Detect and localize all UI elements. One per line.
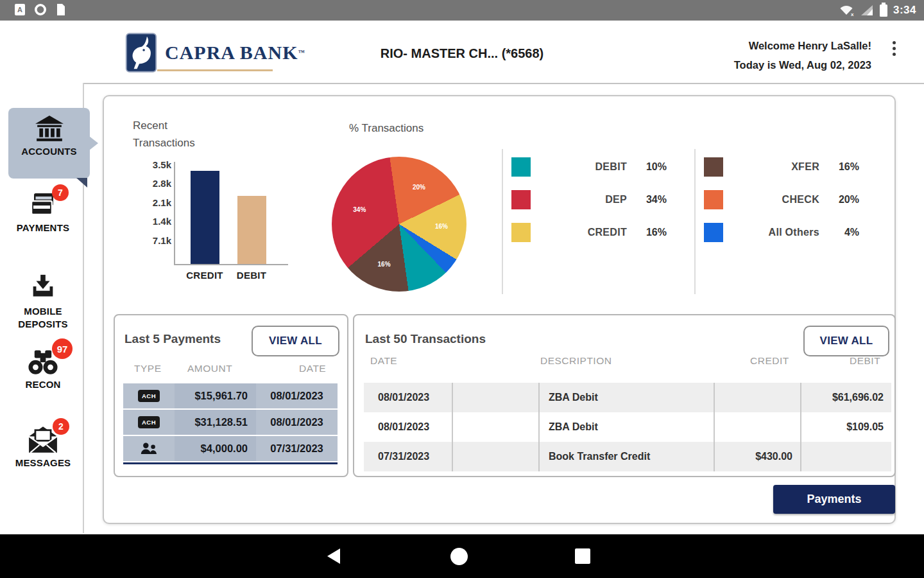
transaction-date-cell: 08/01/2023 xyxy=(364,412,452,442)
table-bottom-rule xyxy=(123,462,338,464)
bank-icon xyxy=(31,114,67,144)
android-home-button[interactable] xyxy=(440,534,478,578)
active-fold-corner xyxy=(76,178,87,188)
payment-row[interactable]: $4,000.0007/31/2023 xyxy=(123,436,338,461)
legend-label: All Others xyxy=(723,227,819,238)
wifi-off-icon: x xyxy=(839,4,854,17)
column-divider xyxy=(538,383,540,471)
column-header-date: DATE xyxy=(299,363,326,374)
transaction-row[interactable]: 08/01/2023ZBA Debit$109.05 xyxy=(364,412,891,442)
sidebar-item-label: MESSAGES xyxy=(4,457,82,469)
payments-button[interactable]: Payments xyxy=(773,485,895,514)
app-header: CAPRA BANK™ RIO- MASTER CH... (*6568) We… xyxy=(0,21,924,84)
legend-value: 34% xyxy=(627,194,667,206)
recent-transactions-bar-chart: 3.5k2.8k2.1k1.4k7.1k CREDITDEBIT xyxy=(142,161,296,289)
pie-chart: 20%16%16%34% xyxy=(332,157,466,292)
column-header-credit: CREDIT xyxy=(750,355,789,367)
transaction-row[interactable]: 07/31/2023Book Transfer Credit$430.00 xyxy=(364,442,891,471)
payment-row[interactable]: ACH$15,961.7008/01/2023 xyxy=(123,383,338,408)
transaction-credit-cell xyxy=(714,412,800,442)
legend-value: 16% xyxy=(819,161,859,173)
transaction-debit-cell xyxy=(800,442,891,471)
legend-col1: DEBIT10%DEP34%CREDIT16% xyxy=(511,157,672,256)
y-tick-label: 1.4k xyxy=(133,216,171,227)
people-icon xyxy=(139,441,158,456)
legend-value: 4% xyxy=(819,227,859,238)
payment-amount-cell: $15,961.70 xyxy=(175,383,256,408)
legend-swatch xyxy=(704,190,723,209)
status-time: 3:34 xyxy=(893,4,916,17)
transaction-row[interactable]: 08/01/2023ZBA Debit$61,696.02 xyxy=(364,383,891,412)
sidebar-item-payments[interactable]: 7 PAYMENTS xyxy=(4,191,82,234)
file-app-icon xyxy=(55,3,67,16)
legend-swatch xyxy=(704,223,723,242)
legend-row: All Others4% xyxy=(704,223,864,242)
bar-category-label: DEBIT xyxy=(237,270,267,281)
welcome-line1: Welcome Henry LaSalle! xyxy=(734,36,871,55)
payments-panel-title: Last 5 Payments xyxy=(124,332,221,346)
payment-date-cell: 07/31/2023 xyxy=(256,436,338,461)
sidebar-item-messages[interactable]: 2 MESSAGES xyxy=(4,425,82,469)
payment-type-cell xyxy=(123,436,175,461)
welcome-line2: Today is Wed, Aug 02, 2023 xyxy=(734,55,871,74)
svg-text:x: x xyxy=(851,12,854,17)
overflow-menu-icon[interactable] xyxy=(888,39,900,67)
messages-badge: 2 xyxy=(53,418,69,435)
column-header-debit: DEBIT xyxy=(850,355,880,367)
bar-credit xyxy=(191,171,219,264)
legend-swatch xyxy=(511,157,531,177)
transaction-spacer-cell xyxy=(452,383,538,412)
legend-row: XFER16% xyxy=(704,157,864,177)
transactions-table: 08/01/2023ZBA Debit$61,696.0208/01/2023Z… xyxy=(364,383,891,471)
sidebar-item-accounts[interactable]: ACCOUNTS xyxy=(8,108,90,179)
pie-slice-label: 16% xyxy=(435,223,448,230)
transactions-view-all-button[interactable]: VIEW ALL xyxy=(803,326,889,356)
legend-label: CREDIT xyxy=(531,227,627,238)
last-5-payments-panel: Last 5 Payments VIEW ALL TYPE AMOUNT DAT… xyxy=(114,314,348,477)
legend-swatch xyxy=(511,223,531,242)
transaction-spacer-cell xyxy=(452,442,538,471)
sidebar-item-recon[interactable]: 97 RECON xyxy=(4,347,82,391)
legend-swatch xyxy=(704,157,723,177)
android-back-button[interactable] xyxy=(314,534,353,578)
status-bar: A x 3:34 xyxy=(0,0,924,21)
x-axis xyxy=(174,264,288,265)
last-50-transactions-panel: Last 50 Transactions VIEW ALL DATE DESCR… xyxy=(353,314,896,477)
column-divider xyxy=(714,383,715,471)
transaction-date-cell: 08/01/2023 xyxy=(364,383,452,412)
transaction-description-cell: Book Transfer Credit xyxy=(538,442,714,471)
transaction-credit-cell: $430.00 xyxy=(714,442,800,471)
payment-type-cell: ACH xyxy=(123,383,175,408)
legend-row: CHECK20% xyxy=(704,190,864,209)
notification-icons: A xyxy=(14,3,67,16)
y-tick-label: 2.8k xyxy=(133,178,171,189)
pie-slice-label: 16% xyxy=(378,260,391,267)
app-letter-icon: A xyxy=(14,3,26,16)
brand-underline xyxy=(157,69,273,71)
payments-table: ACH$15,961.7008/01/2023ACH$31,128.5108/0… xyxy=(123,383,338,462)
legend-label: XFER xyxy=(723,161,819,173)
recon-badge: 97 xyxy=(52,338,73,359)
legend-value: 16% xyxy=(627,227,667,238)
svg-text:A: A xyxy=(17,6,22,13)
bar-debit xyxy=(237,196,266,264)
column-divider xyxy=(800,383,801,471)
legend-row: CREDIT16% xyxy=(511,223,672,242)
ach-badge: ACH xyxy=(138,390,160,402)
android-recents-button[interactable] xyxy=(563,534,602,578)
payments-view-all-button[interactable]: VIEW ALL xyxy=(252,326,339,356)
payment-amount-cell: $4,000.00 xyxy=(175,436,256,461)
bar-chart-title: Recent Transactions xyxy=(133,117,229,152)
legend-label: DEBIT xyxy=(531,161,627,173)
transaction-spacer-cell xyxy=(452,412,538,442)
legend-row: DEBIT10% xyxy=(511,157,672,177)
payment-type-cell: ACH xyxy=(123,410,175,435)
sidebar-item-mobile-deposits[interactable]: MOBILE DEPOSITS xyxy=(4,273,82,331)
transactions-panel-title: Last 50 Transactions xyxy=(365,332,486,346)
mobile-deposit-icon xyxy=(26,273,60,302)
sidebar-item-label: ACCOUNTS xyxy=(8,145,90,158)
column-header-amount: AMOUNT xyxy=(187,363,232,374)
sidebar: ACCOUNTS 7 PAYMENTS MOBILE DEPOSITS xyxy=(0,83,84,533)
legend-label: DEP xyxy=(531,194,627,206)
payment-row[interactable]: ACH$31,128.5108/01/2023 xyxy=(123,410,338,435)
